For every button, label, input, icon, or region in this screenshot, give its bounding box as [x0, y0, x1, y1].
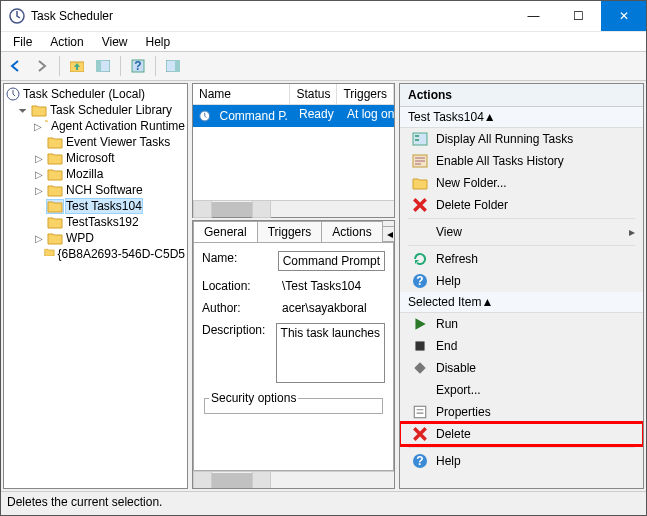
help-icon: ?: [412, 273, 428, 289]
action-export[interactable]: Export...: [400, 379, 643, 401]
col-name[interactable]: Name: [193, 84, 290, 104]
tree-item[interactable]: ▷Mozilla: [4, 166, 187, 182]
tab-scroll-left[interactable]: ◂: [382, 226, 395, 242]
tree-library[interactable]: ⏷ Task Scheduler Library: [4, 102, 187, 118]
menu-view[interactable]: View: [94, 33, 136, 51]
svg-text:?: ?: [416, 454, 423, 468]
tab-triggers[interactable]: Triggers: [257, 221, 323, 242]
tree-item[interactable]: Event Viewer Tasks: [4, 134, 187, 150]
actions-header: Actions: [400, 84, 643, 107]
status-bar: Deletes the current selection.: [1, 491, 646, 515]
svg-rect-18: [414, 406, 425, 417]
expand-icon[interactable]: ▷: [34, 153, 44, 164]
folder-icon: [412, 175, 428, 191]
actions-context-section: Test Tasks104▲: [400, 107, 643, 128]
tab-actions[interactable]: Actions: [321, 221, 382, 242]
clock-icon: [199, 109, 210, 123]
content-area: Task Scheduler (Local) ⏷ Task Scheduler …: [1, 81, 646, 491]
action-delete-folder[interactable]: Delete Folder: [400, 194, 643, 216]
folder-icon: [31, 104, 47, 117]
folder-icon: [47, 216, 63, 229]
task-row-selected[interactable]: Command P... Ready At log on: [193, 105, 394, 127]
action-refresh[interactable]: Refresh: [400, 248, 643, 270]
folder-icon: [47, 152, 63, 165]
forward-button[interactable]: [31, 55, 53, 77]
folder-icon: [47, 184, 63, 197]
detail-tabs: General Triggers Actions ◂▸: [193, 221, 394, 242]
expand-icon[interactable]: ▷: [34, 121, 42, 132]
properties-icon: [412, 404, 428, 420]
action-properties[interactable]: Properties: [400, 401, 643, 423]
tab-body-general: Name: Command Prompt Location: \Test Tas…: [193, 242, 394, 471]
help-toolbar-icon[interactable]: ?: [127, 55, 149, 77]
tree-root[interactable]: Task Scheduler (Local): [4, 86, 187, 102]
history-icon: [412, 153, 428, 169]
label-name: Name:: [202, 251, 268, 265]
folder-icon: [47, 200, 63, 213]
action-enable-history[interactable]: Enable All Tasks History: [400, 150, 643, 172]
action-help[interactable]: ?Help: [400, 450, 643, 472]
task-list[interactable]: Name Status Triggers Command P... Ready …: [192, 83, 395, 218]
action-view[interactable]: View: [400, 221, 643, 243]
label-author: Author:: [202, 301, 272, 315]
tree-item[interactable]: ▷Agent Activation Runtime: [4, 118, 187, 134]
action-disable[interactable]: Disable: [400, 357, 643, 379]
col-status[interactable]: Status: [290, 84, 337, 104]
action-display-running[interactable]: Display All Running Tasks: [400, 128, 643, 150]
svg-text:?: ?: [416, 274, 423, 288]
tree-item[interactable]: ▷Microsoft: [4, 150, 187, 166]
folder-icon: [47, 136, 63, 149]
field-name[interactable]: Command Prompt: [278, 251, 385, 271]
tree-item-selected[interactable]: Test Tasks104: [4, 198, 187, 214]
action-delete[interactable]: Delete: [400, 423, 643, 445]
menu-action[interactable]: Action: [42, 33, 91, 51]
folder-up-icon[interactable]: [66, 55, 88, 77]
minimize-button[interactable]: —: [511, 1, 556, 31]
tree-item[interactable]: ▷NCH Software: [4, 182, 187, 198]
label-description: Description:: [202, 323, 266, 337]
col-triggers[interactable]: Triggers: [337, 84, 394, 104]
action-end[interactable]: End: [400, 335, 643, 357]
disable-icon: [412, 360, 428, 376]
panel-toggle-icon[interactable]: [92, 55, 114, 77]
folder-icon: [45, 120, 48, 133]
maximize-button[interactable]: ☐: [556, 1, 601, 31]
expand-icon[interactable]: ▷: [34, 233, 44, 244]
action-new-folder[interactable]: New Folder...: [400, 172, 643, 194]
refresh-icon: [412, 251, 428, 267]
horizontal-scrollbar[interactable]: [193, 471, 394, 488]
menu-file[interactable]: File: [5, 33, 40, 51]
horizontal-scrollbar[interactable]: [193, 200, 394, 217]
collapse-icon[interactable]: ▲: [484, 110, 496, 124]
titlebar: Task Scheduler — ☐ ✕: [1, 1, 646, 31]
middle-pane: Name Status Triggers Command P... Ready …: [192, 83, 395, 489]
back-button[interactable]: [5, 55, 27, 77]
selected-item-section: Selected Item▲: [400, 292, 643, 313]
label-location: Location:: [202, 279, 272, 293]
navigation-tree[interactable]: Task Scheduler (Local) ⏷ Task Scheduler …: [3, 83, 188, 489]
tree-item[interactable]: {6B8A2693-546D-C5D5: [4, 246, 187, 262]
value-author: acer\sayakboral: [282, 301, 385, 315]
tree-item[interactable]: ▷WPD: [4, 230, 187, 246]
list-panel-icon[interactable]: [162, 55, 184, 77]
close-button[interactable]: ✕: [601, 1, 646, 31]
value-location: \Test Tasks104: [282, 279, 385, 293]
expand-icon[interactable]: ▷: [34, 185, 44, 196]
field-description[interactable]: This task launches: [276, 323, 385, 383]
collapse-icon[interactable]: ⏷: [18, 105, 28, 116]
action-help[interactable]: ?Help: [400, 270, 643, 292]
security-options-label: Security options: [209, 391, 298, 405]
delete-x-icon: [412, 197, 428, 213]
svg-text:?: ?: [134, 59, 141, 73]
folder-icon: [47, 232, 63, 245]
collapse-icon[interactable]: ▲: [481, 295, 493, 309]
svg-rect-17: [415, 341, 424, 350]
expand-icon[interactable]: ▷: [34, 169, 44, 180]
action-run[interactable]: Run: [400, 313, 643, 335]
task-list-header: Name Status Triggers: [193, 84, 394, 105]
svg-rect-13: [415, 139, 419, 141]
menu-help[interactable]: Help: [138, 33, 179, 51]
tab-general[interactable]: General: [193, 221, 258, 242]
svg-rect-3: [96, 60, 101, 72]
tree-item[interactable]: TestTasks192: [4, 214, 187, 230]
